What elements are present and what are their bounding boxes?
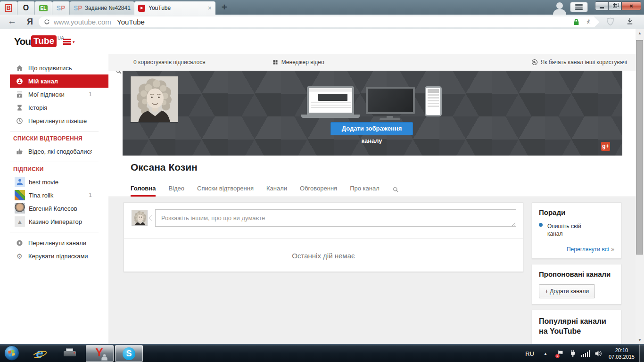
back-button[interactable]: ← [8,16,17,26]
new-tab-button[interactable]: + [218,2,231,13]
thumbs-up-icon [16,148,23,155]
sidebar-item-history[interactable]: Історія [10,101,99,114]
post-composer-input[interactable] [155,209,516,227]
tab-playlists[interactable]: Списки відтворення [197,185,254,197]
count-badge: 1 [89,192,92,198]
tip-label: Опишіть свій канал [547,222,587,238]
tab-close-icon[interactable]: × [208,4,212,12]
taskbar-skype[interactable]: S [115,345,143,362]
youtube-header: You Tube UA ▾ Завантажити 1 [0,29,636,54]
window-minimize-button[interactable] [595,1,608,10]
sidebar-item-label: Переглянути пізніше [28,117,87,124]
url-field[interactable]: www.youtube.com YouTube ★ [39,16,594,27]
channel-search-icon[interactable] [392,186,399,193]
scroll-up-icon[interactable]: ▲ [636,29,644,37]
browser-tab-active[interactable]: YouTube × [134,1,215,15]
channel-avatar [15,190,25,200]
sidebar-subscription-kazino[interactable]: ▲ Казино Император [10,215,99,228]
taskbar-yandex-browser[interactable]: Y [86,345,114,362]
speaker-icon[interactable] [594,350,602,357]
youtube-logo[interactable]: You Tube UA [14,35,64,47]
subscriptions-icon [16,91,23,98]
gear-icon: ⚙ [16,253,23,260]
browser-tab-inactive[interactable]: SP Задание №42841 - пр [70,1,134,15]
count-badge: 1 [89,91,92,98]
sidebar-item-home[interactable]: Що подивитись [10,61,99,74]
scrollbar-thumb[interactable] [636,40,643,255]
refresh-icon[interactable] [43,18,50,25]
add-channels-button[interactable]: + Додати канали [539,284,595,298]
browser-profile-icon[interactable] [552,1,568,15]
view-as-link[interactable]: Як бачать канал інші користувачі [531,59,627,66]
pinned-tab-4[interactable]: SP [52,1,70,15]
logo-tube: Tube [31,35,57,47]
sidebar-item-label: Відео, які сподобалися [28,148,92,155]
tab-videos[interactable]: Відео [168,185,184,197]
browser-menu-button[interactable] [570,2,588,12]
add-channel-art-button[interactable]: Додати зображення каналу [330,122,413,135]
sidebar-subscription-tina-rolik[interactable]: Tina rolik 1 [10,189,99,202]
sp-s: S [74,4,78,12]
view-all-label: Переглянути всі [567,246,609,253]
guide-sidebar: Що подивитись Мій канал Мої підписки 1 І… [0,54,108,344]
double-angle-icon: » [611,246,614,253]
sidebar-item-browse-channels[interactable]: Переглянути канали [10,236,99,249]
sidebar-subscription-best-movie[interactable]: best movie [10,175,99,189]
download-icon[interactable] [626,17,634,25]
tab-title: YouTube [149,5,205,11]
power-plug-icon[interactable] [569,350,577,357]
channel-avatar: ▲ [15,216,25,227]
tab-about[interactable]: Про канал [350,185,380,197]
sidebar-subscription-kolesov[interactable]: Евгений Колесов [10,202,99,215]
channel-name: best movie [29,179,58,186]
action-center-flag-icon[interactable]: × [557,350,564,357]
composer-avatar [132,210,148,226]
hamburger-icon [63,39,71,45]
language-indicator[interactable]: RU [525,350,534,357]
network-signal-icon[interactable] [581,350,590,357]
tab-discussion[interactable]: Обговорення [300,185,337,197]
tip-item[interactable]: Опишіть свій канал [539,222,614,238]
sidebar-item-my-channel[interactable]: Мій канал [10,74,108,88]
site-el-icon: EL [39,5,48,11]
sidebar-item-manage-subscriptions[interactable]: ⚙ Керувати підписками [10,249,99,263]
scroll-down-icon[interactable]: ▼ [636,336,644,344]
show-desktop-button[interactable] [639,345,644,362]
browser-tab-strip: B O EL SP SP Задание №42841 - пр YouTube… [0,0,644,15]
pinned-tab-2[interactable]: O [17,1,35,15]
video-manager-link[interactable]: Менеджер відео [281,59,324,66]
pinned-tab-3[interactable]: EL [35,1,52,15]
video-manager-icon [272,59,278,65]
channel-avatar-photo[interactable] [131,76,178,122]
start-button[interactable] [4,346,19,361]
sidebar-item-subscriptions[interactable]: Мої підписки 1 [10,88,99,101]
tips-title: Поради [539,208,614,216]
guide-button[interactable]: ▾ [63,39,75,45]
google-plus-icon[interactable]: g+ [601,142,610,151]
divider [10,131,99,132]
taskbar-internet-explorer[interactable]: e [31,346,48,361]
taskbar-printer[interactable] [62,348,77,359]
window-close-button[interactable]: × [621,1,641,10]
page-title-text: YouTube [117,18,145,26]
shield-icon[interactable] [606,17,614,26]
tab-channels[interactable]: Канали [266,185,287,197]
clock-time: 20:10 [609,347,635,354]
tray-expand-icon[interactable]: ▲ [544,352,547,356]
system-tray: RU ▲ × 20:10 07.03.2015 [525,345,644,362]
page-scrollbar[interactable]: ▲ ▼ [636,29,644,344]
laptop-base [301,115,360,118]
channel-name: Евгений Колесов [29,205,77,212]
taskbar-clock[interactable]: 20:10 07.03.2015 [609,347,635,360]
tab-home[interactable]: Головна [131,185,156,197]
yandex-logo[interactable]: Я [27,17,33,27]
flag-error-badge: × [555,354,560,358]
window-restore-button[interactable] [608,1,621,10]
view-all-link[interactable]: Переглянути всі» [567,246,614,253]
pinned-tab-1[interactable]: B [0,1,17,15]
sidebar-item-label: Керувати підписками [28,253,88,260]
channel-name: Tina rolik [29,192,53,199]
sidebar-item-liked-videos[interactable]: Відео, які сподобалися [10,145,99,158]
home-icon [16,65,23,72]
sidebar-item-watch-later[interactable]: Переглянути пізніше [10,114,99,127]
